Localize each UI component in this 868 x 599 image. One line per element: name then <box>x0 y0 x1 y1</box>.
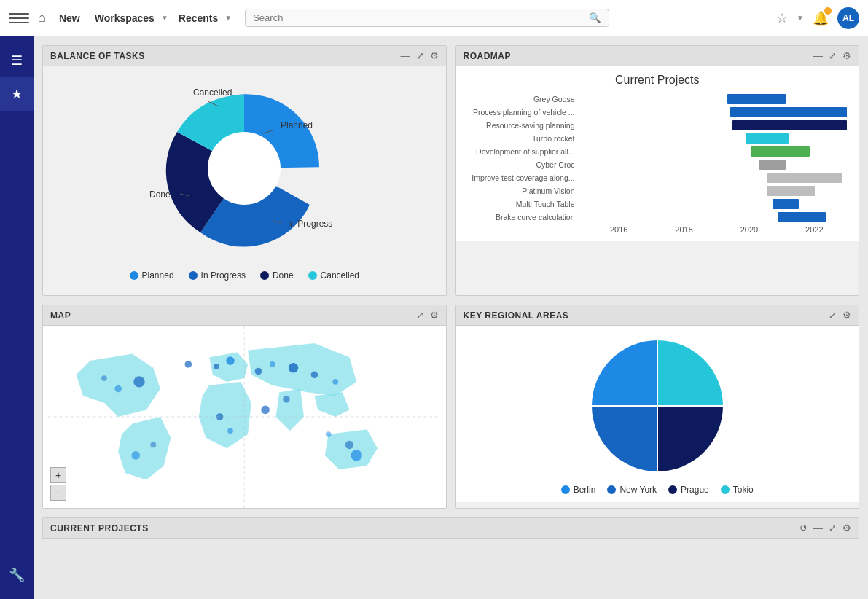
roadmap-bar <box>746 133 788 144</box>
regional-expand[interactable]: ⤢ <box>829 310 837 321</box>
map-settings[interactable]: ⚙ <box>430 310 439 321</box>
recents-button[interactable]: Recents <box>174 9 222 27</box>
svg-point-10 <box>289 363 298 372</box>
regional-minimize[interactable]: — <box>813 310 823 321</box>
roadmap-row-5: Cyber Croc <box>468 160 848 170</box>
workspaces-nav[interactable]: Workspaces ▼ <box>90 9 168 27</box>
roadmap-chart-title: Current Projects <box>468 74 848 87</box>
balance-panel-header: BALANCE OF TASKS — ⤢ ⚙ <box>43 46 446 66</box>
regional-panel-controls: — ⤢ ⚙ <box>813 310 851 321</box>
roadmap-project-label: Improve test coverage along... <box>468 173 581 182</box>
axis-2020: 2020 <box>716 225 781 234</box>
map-expand[interactable]: ⤢ <box>416 310 424 321</box>
balance-expand[interactable]: ⤢ <box>416 50 424 61</box>
roadmap-bar <box>773 199 799 209</box>
map-minimize[interactable]: — <box>401 310 410 321</box>
svg-point-0 <box>208 132 281 205</box>
legend-dot-prague <box>668 485 677 494</box>
current-projects-panel: CURRENT PROJECTS ↺ — ⤢ ⚙ <box>42 517 859 539</box>
sidebar-star-icon[interactable]: ★ <box>0 77 34 111</box>
roadmap-settings[interactable]: ⚙ <box>842 50 851 61</box>
cp-expand[interactable]: ⤢ <box>829 522 837 533</box>
cp-minimize[interactable]: — <box>813 522 823 533</box>
roadmap-track <box>581 133 848 144</box>
legend-dot-inprogress <box>189 271 198 280</box>
roadmap-project-label: Platinum Vision <box>468 187 581 195</box>
legend-berlin: Berlin <box>561 485 596 495</box>
roadmap-body: Current Projects Grey GooseProcess plann… <box>456 66 859 241</box>
search-bar[interactable]: 🔍 <box>245 9 609 27</box>
current-projects-header: CURRENT PROJECTS ↺ — ⤢ ⚙ <box>43 518 859 539</box>
svg-point-24 <box>326 431 332 437</box>
legend-dot-cancelled <box>308 271 317 280</box>
roadmap-row-6: Improve test coverage along... <box>468 173 848 183</box>
legend-prague: Prague <box>668 485 709 495</box>
balance-panel-title: BALANCE OF TASKS <box>50 51 145 61</box>
cp-settings[interactable]: ⚙ <box>842 522 851 533</box>
new-button[interactable]: New <box>55 9 85 27</box>
roadmap-bar <box>732 120 847 130</box>
map-zoom-in[interactable]: + <box>50 467 66 483</box>
legend-label-done: Done <box>273 270 294 281</box>
main-content: BALANCE OF TASKS — ⤢ ⚙ <box>34 36 868 548</box>
roadmap-panel-header: ROADMAP — ⤢ ⚙ <box>456 46 859 66</box>
svg-point-16 <box>150 442 156 448</box>
svg-point-8 <box>255 368 262 375</box>
roadmap-panel: ROADMAP — ⤢ ⚙ Current Projects Grey Goos… <box>455 45 860 296</box>
roadmap-minimize[interactable]: — <box>813 50 823 61</box>
svg-point-13 <box>133 376 144 387</box>
workspaces-arrow: ▼ <box>161 14 168 22</box>
roadmap-track <box>581 212 848 222</box>
balance-panel-controls: — ⤢ ⚙ <box>401 50 439 61</box>
svg-point-19 <box>227 428 233 434</box>
legend-label-tokio: Tokio <box>733 485 754 495</box>
svg-point-6 <box>214 364 219 369</box>
balance-minimize[interactable]: — <box>401 50 410 61</box>
balance-panel: BALANCE OF TASKS — ⤢ ⚙ <box>42 45 447 296</box>
roadmap-row-4: Development of supplier all... <box>468 146 848 157</box>
roadmap-track <box>581 107 848 117</box>
legend-tokio: Tokio <box>721 485 754 495</box>
map-zoom-controls: + − <box>50 467 66 501</box>
hamburger-menu[interactable] <box>9 8 29 28</box>
home-icon[interactable]: ⌂ <box>35 7 49 28</box>
avatar[interactable]: AL <box>837 7 859 29</box>
map-zoom-out[interactable]: − <box>50 485 66 501</box>
legend-dot-planned <box>130 271 138 280</box>
search-input[interactable] <box>253 12 589 23</box>
svg-point-5 <box>185 361 192 368</box>
svg-point-11 <box>311 372 318 379</box>
legend-done: Done <box>260 270 294 281</box>
bookmark-icon[interactable]: ☆ <box>776 10 788 26</box>
roadmap-project-label: Cyber Croc <box>468 160 581 169</box>
regional-panel-header: KEY REGIONAL AREAS — ⤢ ⚙ <box>456 305 859 326</box>
legend-newyork: New York <box>607 485 657 495</box>
regional-settings[interactable]: ⚙ <box>842 310 851 321</box>
world-map-svg <box>43 326 446 508</box>
balance-settings[interactable]: ⚙ <box>430 50 439 61</box>
donut-legend: Planned In Progress Done Cancelled <box>58 263 431 288</box>
roadmap-row-1: Process planning of vehicle ... <box>468 107 848 117</box>
roadmap-track <box>581 94 848 104</box>
bell-container[interactable]: 🔔 <box>813 10 829 26</box>
regional-panel-title: KEY REGIONAL AREAS <box>464 310 569 321</box>
legend-dot-berlin <box>561 485 570 494</box>
axis-2022: 2022 <box>782 225 847 234</box>
balance-body: Planned Done In Progress Cancelled Plann… <box>43 66 446 295</box>
inprogress-label: In Progress <box>288 219 332 229</box>
roadmap-track <box>581 146 848 157</box>
svg-point-14 <box>114 385 122 393</box>
search-button[interactable]: 🔍 <box>589 12 601 23</box>
roadmap-row-8: Multi Touch Table <box>468 199 848 209</box>
roadmap-expand[interactable]: ⤢ <box>829 50 837 61</box>
cp-refresh[interactable]: ↺ <box>799 522 808 533</box>
roadmap-bar <box>751 146 809 157</box>
map-panel-header: MAP — ⤢ ⚙ <box>43 305 446 326</box>
roadmap-panel-controls: — ⤢ ⚙ <box>813 50 851 61</box>
roadmap-bar <box>767 186 815 196</box>
recents-nav[interactable]: Recents ▼ <box>174 9 232 27</box>
workspaces-button[interactable]: Workspaces <box>90 9 159 27</box>
roadmap-bar <box>778 212 826 222</box>
sidebar-menu-icon[interactable]: ☰ <box>0 44 34 77</box>
roadmap-bar <box>759 160 786 170</box>
